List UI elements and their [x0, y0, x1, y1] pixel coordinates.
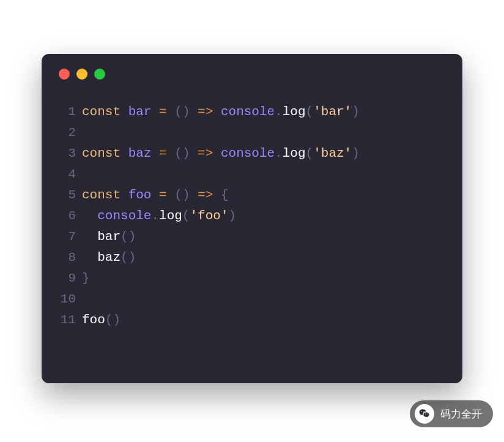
token-ident: baz	[128, 146, 152, 160]
token-plain	[190, 105, 198, 119]
line-number: 9	[59, 268, 82, 289]
line-number: 8	[59, 247, 82, 268]
line-number: 2	[59, 122, 82, 143]
token-op: =	[159, 146, 167, 160]
token-string: 'bar'	[313, 105, 352, 119]
line-content: baz()	[82, 247, 445, 268]
code-line: 4	[59, 164, 445, 185]
token-plain	[151, 105, 159, 119]
token-paren: )	[113, 313, 120, 327]
code-line: 3const baz = () => console.log('baz')	[59, 143, 445, 164]
line-content: bar()	[82, 227, 445, 247]
token-dot: .	[275, 105, 283, 119]
line-content	[82, 164, 445, 185]
code-line: 7 bar()	[59, 227, 445, 247]
watermark-text: 码力全开	[440, 407, 482, 421]
token-ident: console	[221, 105, 275, 119]
token-brace: }	[82, 271, 90, 285]
minimize-icon[interactable]	[76, 69, 87, 80]
line-number: 11	[59, 310, 82, 331]
token-plain	[82, 209, 97, 223]
code-line: 2	[59, 122, 445, 143]
token-op: =	[159, 188, 167, 202]
token-op: =>	[198, 105, 213, 119]
token-paren: (	[174, 105, 182, 119]
line-content	[82, 122, 445, 143]
token-paren: (	[105, 313, 113, 327]
token-plain	[82, 250, 97, 264]
code-line: 11foo()	[59, 310, 445, 331]
token-call: baz	[97, 250, 120, 264]
line-number: 7	[59, 227, 82, 247]
line-number: 10	[59, 289, 82, 310]
token-paren: (	[174, 146, 182, 160]
watermark-badge: 码力全开	[410, 400, 493, 427]
token-paren: (	[306, 146, 314, 160]
token-op: =	[159, 105, 167, 119]
token-ident: bar	[128, 105, 152, 119]
line-number: 4	[59, 164, 82, 185]
token-paren: )	[182, 146, 190, 160]
wechat-icon	[415, 404, 434, 424]
token-paren: )	[352, 105, 360, 119]
token-call: log	[283, 146, 306, 160]
token-plain	[167, 146, 175, 160]
token-plain	[213, 146, 221, 160]
token-paren: )	[128, 230, 136, 244]
code-line: 8 baz()	[59, 247, 445, 268]
token-plain	[82, 230, 97, 244]
code-area[interactable]: 1const bar = () => console.log('bar')23c…	[42, 80, 462, 345]
token-paren: (	[306, 105, 314, 119]
token-plain	[151, 188, 159, 202]
window-controls	[42, 54, 462, 80]
token-call: log	[283, 105, 306, 119]
token-paren: )	[228, 209, 236, 223]
token-ident: console	[221, 146, 275, 160]
token-paren: (	[174, 188, 182, 202]
token-op: =>	[198, 146, 213, 160]
editor-window: 1const bar = () => console.log('bar')23c…	[42, 54, 462, 383]
token-dot: .	[151, 209, 159, 223]
code-line: 5const foo = () => {	[59, 185, 445, 206]
code-line: 1const bar = () => console.log('bar')	[59, 102, 445, 122]
token-string: 'baz'	[313, 146, 352, 160]
token-plain	[167, 188, 175, 202]
line-number: 5	[59, 185, 82, 206]
line-content: const foo = () => {	[82, 185, 445, 206]
line-content: const baz = () => console.log('baz')	[82, 143, 445, 164]
line-content: }	[82, 268, 445, 289]
token-ident: console	[97, 209, 151, 223]
maximize-icon[interactable]	[94, 69, 105, 80]
token-call: bar	[97, 230, 120, 244]
token-keyword: const	[82, 188, 128, 202]
token-keyword: const	[82, 146, 128, 160]
token-call: log	[159, 209, 182, 223]
code-line: 10	[59, 289, 445, 310]
line-content	[82, 289, 445, 310]
line-content: console.log('foo')	[82, 206, 445, 227]
line-content: foo()	[82, 310, 445, 331]
token-op: =>	[198, 188, 213, 202]
token-plain	[213, 105, 221, 119]
token-paren: )	[128, 250, 136, 264]
token-paren: )	[182, 105, 190, 119]
token-brace: {	[221, 188, 229, 202]
code-line: 6 console.log('foo')	[59, 206, 445, 227]
token-keyword: const	[82, 105, 128, 119]
token-ident: foo	[128, 188, 152, 202]
token-dot: .	[275, 146, 283, 160]
token-paren: (	[120, 250, 128, 264]
token-plain	[190, 146, 198, 160]
code-line: 9}	[59, 268, 445, 289]
line-number: 3	[59, 143, 82, 164]
line-number: 1	[59, 102, 82, 122]
token-paren: )	[182, 188, 190, 202]
close-icon[interactable]	[59, 69, 70, 80]
token-string: 'foo'	[190, 209, 228, 223]
token-plain	[151, 146, 159, 160]
token-call: foo	[82, 313, 105, 327]
token-plain	[167, 105, 175, 119]
token-paren: (	[182, 209, 190, 223]
token-paren: )	[352, 146, 360, 160]
line-number: 6	[59, 206, 82, 227]
